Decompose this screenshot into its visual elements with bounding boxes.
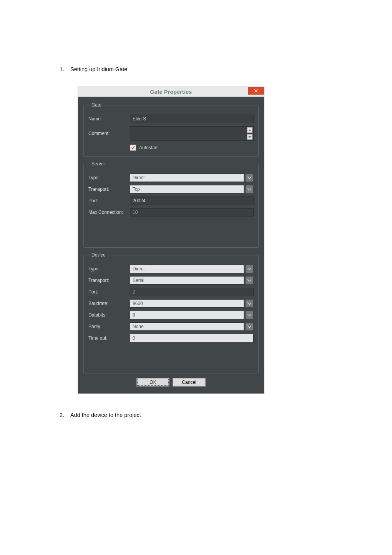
server-type-select[interactable]: Direct	[130, 173, 244, 182]
device-transport-select[interactable]: Serial	[130, 276, 244, 285]
server-type-label: Type:	[88, 175, 130, 180]
chevron-down-icon	[248, 136, 251, 138]
dropdown-button[interactable]	[245, 322, 254, 331]
chevron-up-icon	[248, 129, 251, 131]
ok-button[interactable]: OK	[136, 378, 169, 387]
scrollbar[interactable]	[247, 127, 252, 140]
list-text: Add the device to the project	[70, 412, 141, 418]
scroll-up-button[interactable]	[247, 127, 252, 133]
chevron-down-icon	[247, 302, 251, 305]
device-timeout-field[interactable]: 0	[130, 334, 254, 342]
chevron-down-icon	[247, 177, 251, 179]
scroll-down-button[interactable]	[247, 134, 252, 140]
dialog-screenshot: Gate Properties Gate Name: Comment:	[78, 87, 264, 393]
list-number: 1.	[60, 66, 70, 72]
device-group: Device Type: Direct Transport:	[83, 252, 259, 373]
chevron-down-icon	[247, 268, 251, 270]
device-port-label: Port:	[88, 289, 130, 295]
chevron-down-icon	[247, 314, 251, 316]
device-legend: Device	[90, 252, 107, 258]
device-type-select[interactable]: Direct	[130, 265, 244, 273]
dropdown-button[interactable]	[245, 299, 254, 308]
dropdown-button[interactable]	[245, 265, 254, 273]
dropdown-button[interactable]	[245, 173, 254, 182]
list-text: Setting up Iridium Gate	[70, 66, 127, 72]
device-databits-select[interactable]: 8	[130, 311, 244, 319]
device-baudrate-label: Baudrate:	[88, 301, 130, 306]
list-item: 2. Add the device to the project	[60, 412, 392, 418]
device-port-field[interactable]	[130, 288, 254, 296]
device-baudrate-select[interactable]: 9600	[130, 299, 244, 308]
dropdown-button[interactable]	[245, 276, 254, 285]
device-type-label: Type:	[88, 266, 130, 272]
gate-legend: Gate	[90, 102, 103, 108]
gate-group: Gate Name: Comment:	[83, 102, 259, 157]
server-transport-select[interactable]: Tcp	[130, 185, 244, 193]
list-item: 1. Setting up Iridium Gate	[60, 66, 392, 72]
chevron-down-icon	[247, 325, 251, 328]
server-group: Server Type: Direct Transport:	[83, 161, 259, 248]
device-databits-label: Databits:	[88, 312, 130, 318]
server-maxconn-field[interactable]	[130, 208, 254, 217]
name-label: Name:	[88, 116, 130, 122]
server-maxconn-label: Max Connection:	[88, 210, 130, 215]
cancel-button[interactable]: Cancel	[173, 378, 206, 387]
autostart-label: Autostart	[139, 145, 158, 150]
name-field[interactable]	[130, 115, 254, 123]
close-button[interactable]	[248, 87, 264, 95]
dialog-title: Gate Properties	[150, 89, 192, 95]
close-icon	[254, 89, 258, 93]
device-parity-select[interactable]: None	[130, 322, 244, 331]
comment-field[interactable]	[130, 126, 254, 141]
dropdown-button[interactable]	[245, 311, 254, 319]
device-parity-label: Parity:	[88, 324, 130, 329]
server-legend: Server	[90, 161, 106, 167]
device-transport-label: Transport:	[88, 278, 130, 283]
dialog-titlebar: Gate Properties	[78, 87, 264, 97]
comment-label: Comment:	[88, 131, 130, 136]
chevron-down-icon	[247, 279, 251, 282]
device-timeout-label: Time out:	[88, 335, 130, 341]
check-icon	[131, 145, 135, 150]
list-number: 2.	[60, 412, 70, 418]
autostart-checkbox[interactable]	[130, 145, 136, 151]
server-port-field[interactable]	[130, 197, 254, 205]
server-port-label: Port:	[88, 198, 130, 203]
dropdown-button[interactable]	[245, 185, 254, 193]
server-transport-label: Transport:	[88, 187, 130, 192]
chevron-down-icon	[247, 188, 251, 190]
